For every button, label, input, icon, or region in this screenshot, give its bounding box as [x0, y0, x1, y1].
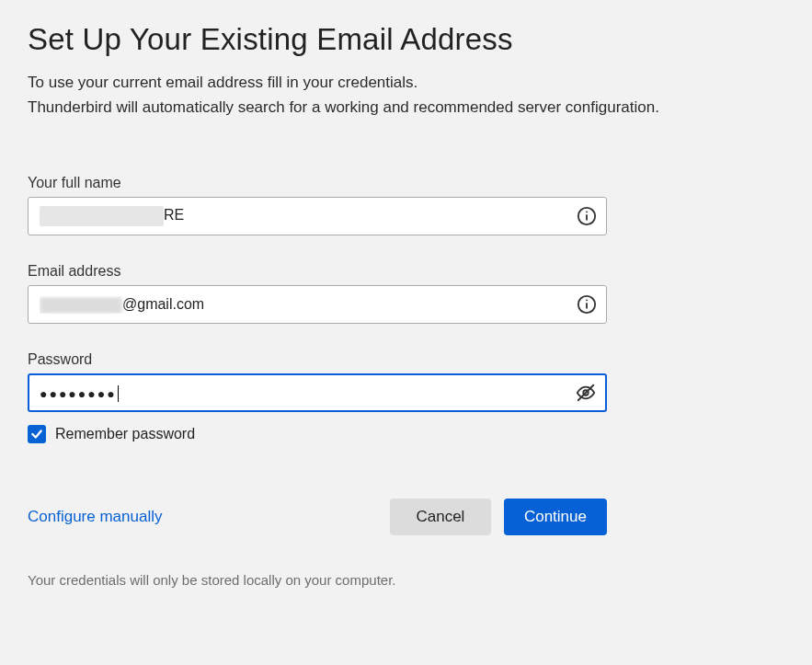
remember-label: Remember password — [55, 426, 195, 442]
name-input[interactable]: RE — [28, 197, 607, 235]
subtitle-line-1: To use your current email address fill i… — [28, 74, 417, 91]
remember-checkbox[interactable] — [28, 425, 46, 443]
button-group: Cancel Continue — [390, 499, 607, 535]
name-label: Your full name — [28, 175, 784, 191]
configure-manually-link[interactable]: Configure manually — [28, 508, 162, 526]
email-label: Email address — [28, 263, 784, 280]
info-icon[interactable] — [577, 206, 597, 226]
redacted-name — [40, 206, 164, 226]
redacted-email-local — [40, 297, 122, 314]
name-input-value: RE — [40, 206, 567, 226]
email-input-value: @gmail.com — [40, 296, 567, 314]
actions-row: Configure manually Cancel Continue — [28, 499, 607, 535]
email-domain: @gmail.com — [122, 296, 204, 312]
continue-button[interactable]: Continue — [504, 499, 607, 535]
password-input[interactable]: ●●●●●●●● — [28, 373, 607, 412]
remember-row: Remember password — [28, 425, 607, 443]
name-fragment: RE — [164, 208, 184, 224]
subtitle-line-2: Thunderbird will automatically search fo… — [28, 98, 659, 116]
password-field-group: Password ●●●●●●●● Remember password — [28, 351, 784, 443]
cancel-button[interactable]: Cancel — [390, 499, 491, 535]
svg-point-2 — [586, 212, 588, 213]
password-input-value: ●●●●●●●● — [40, 384, 567, 402]
page-title: Set Up Your Existing Email Address — [28, 22, 784, 57]
eye-off-icon[interactable] — [576, 383, 596, 403]
info-icon[interactable] — [577, 294, 597, 315]
email-input[interactable]: @gmail.com — [28, 285, 607, 324]
password-label: Password — [28, 351, 784, 368]
text-cursor — [118, 385, 119, 402]
page-subtitle: To use your current email address fill i… — [28, 70, 784, 120]
svg-point-5 — [586, 300, 588, 302]
footer-note: Your credentials will only be stored loc… — [28, 572, 784, 588]
name-field-group: Your full name RE — [28, 175, 784, 235]
password-dots: ●●●●●●●● — [40, 386, 117, 401]
email-field-group: Email address @gmail.com — [28, 263, 784, 324]
